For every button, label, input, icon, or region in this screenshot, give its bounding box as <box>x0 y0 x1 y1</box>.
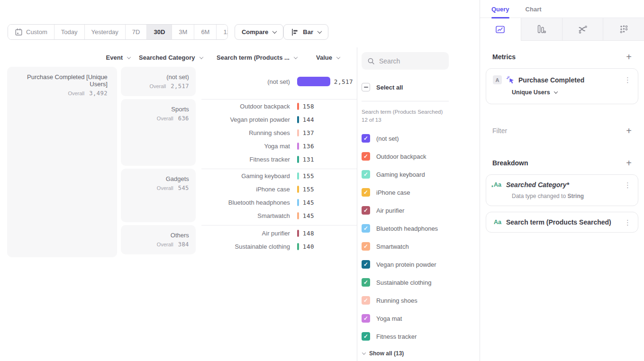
kebab-menu-icon[interactable]: ⋮ <box>624 219 631 226</box>
column-header-term[interactable]: Search term (Products ... <box>215 54 297 61</box>
search-term-row[interactable]: Vegan protein powder144 <box>201 113 353 126</box>
date-range-yesterday[interactable]: Yesterday <box>85 25 126 39</box>
kebab-menu-icon[interactable]: ⋮ <box>624 76 631 83</box>
date-range-12m[interactable]: 12M <box>217 25 228 39</box>
search-term-row[interactable]: Bluetooth headphones145 <box>201 196 353 209</box>
category-cell[interactable]: SportsOverall636 <box>121 99 196 166</box>
legend-search[interactable] <box>362 52 449 70</box>
term-label: Yoga mat <box>201 143 290 150</box>
legend-checkbox[interactable]: ✓ <box>362 188 370 197</box>
search-input[interactable] <box>379 57 441 65</box>
legend-checkbox[interactable]: ✓ <box>362 170 370 179</box>
term-value: 158 <box>303 103 314 110</box>
legend-checkbox[interactable]: ✓ <box>362 260 370 269</box>
legend-item[interactable]: ✓Bluetooth headphones <box>362 219 480 237</box>
search-term-row[interactable]: Yoga mat136 <box>201 139 353 153</box>
tab-retention[interactable] <box>603 18 644 41</box>
search-term-row[interactable]: (not set)2,517 <box>201 75 353 88</box>
tab-chart[interactable]: Chart <box>526 6 542 18</box>
search-term-row[interactable]: Sustainable clothing140 <box>201 240 353 253</box>
category-cell[interactable]: (not set)Overall2,517 <box>121 67 196 96</box>
select-all[interactable]: Select all <box>362 78 480 96</box>
legend-checkbox[interactable]: ✓ <box>362 278 370 287</box>
search-term-row[interactable]: Fitness tracker131 <box>201 153 353 166</box>
show-all-button[interactable]: Show all (13) <box>362 350 480 357</box>
metric-card[interactable]: A Purchase Completed ⋮ Unique Users <box>486 68 638 104</box>
legend-checkbox[interactable]: ✓ <box>362 224 370 233</box>
tab-query[interactable]: Query <box>491 6 509 18</box>
chart-type-label: Bar <box>303 28 313 36</box>
add-breakdown-button[interactable]: + <box>626 158 632 168</box>
select-all-checkbox[interactable] <box>362 83 370 91</box>
term-label: Sustainable clothing <box>201 243 290 250</box>
legend-item[interactable]: ✓Fitness tracker <box>362 327 480 345</box>
legend-checkbox[interactable]: ✓ <box>362 152 370 161</box>
legend-item[interactable]: ✓Smartwatch <box>362 237 480 255</box>
check-icon: ✓ <box>363 244 368 249</box>
legend-item[interactable]: ✓Outdoor backpack <box>362 147 480 165</box>
date-range-7d[interactable]: 7D <box>126 25 147 39</box>
date-range-today[interactable]: Today <box>54 25 85 39</box>
date-range-custom[interactable]: Custom <box>8 25 54 39</box>
chevron-down-icon <box>336 55 340 59</box>
term-value: 148 <box>303 230 314 237</box>
column-header-value[interactable]: Value <box>316 54 340 61</box>
legend-item[interactable]: ✓(not set) <box>362 129 480 147</box>
legend-item[interactable]: ✓Running shoes <box>362 291 480 309</box>
date-range-6m[interactable]: 6M <box>194 25 217 39</box>
chevron-down-icon <box>127 55 131 59</box>
column-header-category[interactable]: Searched Category <box>134 54 209 61</box>
legend-item-label: iPhone case <box>376 189 410 196</box>
event-cell[interactable]: Purchase Completed [Unique Users] Overal… <box>7 67 117 257</box>
legend-item-label: (not set) <box>376 135 399 142</box>
breakdown-heading: Breakdown <box>492 159 528 167</box>
legend-item[interactable]: ✓Gaming keyboard <box>362 165 480 183</box>
term-value: 155 <box>303 186 314 193</box>
kebab-menu-icon[interactable]: ⋮ <box>624 181 631 189</box>
term-value: 155 <box>303 172 314 180</box>
legend-item[interactable]: ✓Yoga mat <box>362 309 480 327</box>
breakdown-card[interactable]: Aa* Searched Category* ⋮ Data type chang… <box>486 174 638 206</box>
search-term-row[interactable]: iPhone case155 <box>201 182 353 196</box>
date-range-3m[interactable]: 3M <box>172 25 194 39</box>
column-header-event[interactable]: Event <box>7 54 130 61</box>
legend-item-label: Gaming keyboard <box>376 171 425 178</box>
search-term-row[interactable]: Air purifier148 <box>201 227 353 240</box>
tab-flows[interactable] <box>562 18 604 41</box>
legend-checkbox[interactable]: ✓ <box>362 296 370 305</box>
breakdown-card[interactable]: Aa Search term (Products Searched) ⋮ <box>486 212 638 233</box>
legend-checkbox[interactable]: ✓ <box>362 314 370 323</box>
legend-checkbox[interactable]: ✓ <box>362 134 370 143</box>
date-range-label: Custom <box>26 28 47 36</box>
search-term-row[interactable]: Gaming keyboard155 <box>201 169 353 182</box>
date-range-label: Yesterday <box>91 28 118 36</box>
legend-checkbox[interactable]: ✓ <box>362 332 370 341</box>
legend-checkbox[interactable]: ✓ <box>362 206 370 215</box>
add-metric-button[interactable]: + <box>626 52 632 62</box>
legend-items: ✓(not set)✓Outdoor backpack✓Gaming keybo… <box>362 129 480 345</box>
measurement-selector[interactable]: Unique Users <box>512 89 631 96</box>
tab-funnels[interactable] <box>521 18 562 41</box>
search-term-row[interactable]: Running shoes137 <box>201 126 353 139</box>
query-sidebar: Query Chart <box>480 0 644 361</box>
legend-checkbox[interactable]: ✓ <box>362 242 370 251</box>
category-cell[interactable]: OthersOverall384 <box>121 225 196 254</box>
add-filter-button[interactable]: + <box>626 126 632 135</box>
legend-item[interactable]: ✓Air purifier <box>362 201 480 219</box>
search-term-row[interactable]: Outdoor backpack158 <box>201 99 353 113</box>
category-cell[interactable]: GadgetsOverall545 <box>121 169 196 222</box>
check-icon: ✓ <box>363 171 368 177</box>
legend-item[interactable]: ✓Vegan protein powder <box>362 255 480 273</box>
legend-item[interactable]: ✓Sustainable clothing <box>362 273 480 291</box>
value-bar <box>297 77 330 86</box>
tab-insights[interactable] <box>480 18 521 41</box>
search-term-row[interactable]: Smartwatch145 <box>201 209 353 222</box>
chart-type-button[interactable]: Bar <box>283 24 328 40</box>
legend-item-label: Air purifier <box>376 207 404 214</box>
date-range-30d[interactable]: 30D <box>147 25 172 39</box>
date-range-label: 12M <box>223 28 228 36</box>
legend-item[interactable]: ✓iPhone case <box>362 183 480 201</box>
compare-button[interactable]: Compare <box>235 24 283 40</box>
term-label: (not set) <box>201 78 290 85</box>
legend-item-label: Sustainable clothing <box>376 279 431 286</box>
